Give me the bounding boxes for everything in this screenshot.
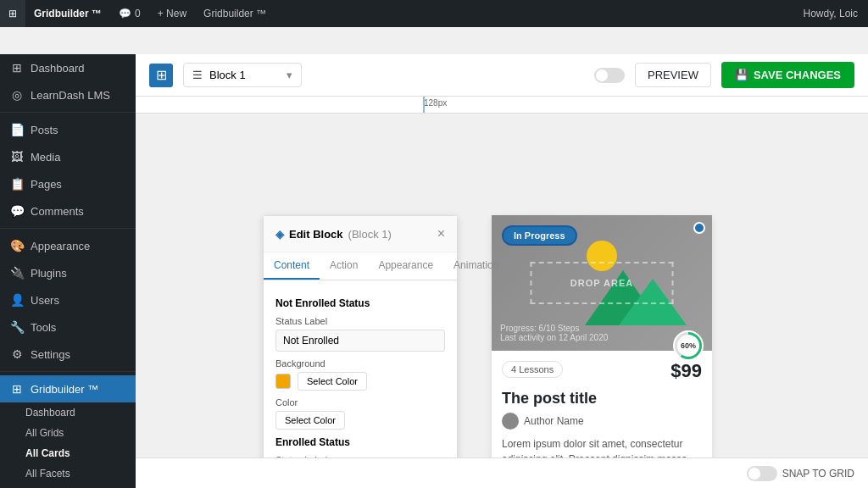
appearance-icon: 🎨 — [10, 239, 24, 252]
sidebar-label-settings: Settings — [31, 348, 70, 361]
preview-button[interactable]: PREVIEW — [635, 63, 711, 87]
in-progress-badge: In Progress — [502, 225, 577, 246]
posts-icon: 📄 — [10, 123, 24, 136]
toggle-control[interactable] — [594, 68, 625, 83]
dashboard-icon: ⊞ — [10, 61, 24, 75]
save-changes-button[interactable]: 💾 SAVE CHANGES — [721, 62, 854, 88]
sidebar-item-dashboard[interactable]: ⊞ Dashboard — [0, 54, 136, 81]
admin-bar: ⊞ Gridbuilder ™ 💬 0 + New Gridbuilder ™ … — [0, 0, 868, 27]
card-title: The post title — [502, 390, 702, 408]
toggle-switch[interactable] — [594, 68, 625, 83]
sidebar-item-settings[interactable]: ⚙ Settings — [0, 341, 136, 368]
snap-toggle-control[interactable] — [747, 466, 777, 481]
new-post-link[interactable]: + New — [149, 0, 195, 27]
gridbuilder-icon: ⊞ — [10, 382, 24, 396]
card-body: 4 Lessons $99 The post title Author Name… — [492, 351, 712, 458]
snap-toggle-dot — [748, 468, 760, 480]
comments-icon: 💬 — [10, 204, 24, 218]
sidebar-label-plugins: Plugins — [31, 267, 67, 280]
not-enrolled-bg-row: Select Color — [275, 372, 445, 391]
list-icon: ☰ — [192, 69, 203, 81]
sidebar-item-media[interactable]: 🖼 Media — [0, 143, 136, 170]
sidebar-item-users[interactable]: 👤 Users — [0, 286, 136, 313]
tab-content[interactable]: Content — [264, 252, 320, 280]
sidebar-item-posts[interactable]: 📄 Posts — [0, 116, 136, 143]
sidebar-item-appearance[interactable]: 🎨 Appearance — [0, 232, 136, 259]
gridbuilder-link[interactable]: Gridbuilder ™ — [195, 0, 275, 27]
sidebar-item-gridbuilder[interactable]: ⊞ Gridbuilder ™ — [0, 375, 136, 402]
panel-header: ◈ Edit Block (Block 1) × — [264, 216, 457, 252]
sidebar-sub-all-cards[interactable]: All Cards — [0, 443, 136, 463]
sidebar-sub-add-ons[interactable]: Add-ons — [0, 484, 136, 488]
drop-area-box: DROP AREA — [531, 262, 674, 304]
tab-appearance[interactable]: Appearance — [368, 252, 443, 280]
sidebar-label-learndash: LearnDash LMS — [31, 89, 110, 102]
not-enrolled-bg-swatch[interactable] — [275, 374, 291, 389]
not-enrolled-color-btn[interactable]: Select Color — [275, 411, 345, 430]
block-label: Block 1 — [209, 69, 246, 81]
progress-text: Progress: 6/10 Steps Last activity on 12… — [500, 324, 608, 342]
author-name: Author Name — [524, 415, 584, 427]
lessons-badge: 4 Lessons — [502, 361, 563, 378]
not-enrolled-title: Not Enrolled Status — [275, 297, 445, 309]
price: $99 — [670, 360, 702, 382]
users-icon: 👤 — [10, 293, 24, 307]
learndash-icon: ◎ — [10, 88, 24, 102]
settings-icon: ⚙ — [10, 347, 24, 361]
not-enrolled-status-label: Status Label — [275, 316, 445, 326]
pages-icon: 📋 — [10, 177, 24, 191]
block-selector[interactable]: ☰ Block 1 ▾ — [183, 63, 302, 87]
progress-circle: 60% — [673, 330, 704, 361]
grid-block-icon: ⊞ — [156, 67, 167, 83]
author-row: Author Name — [502, 413, 702, 430]
comment-icon: 💬 — [119, 8, 131, 19]
sidebar-label-appearance: Appearance — [31, 240, 90, 252]
bottom-bar: SNAP TO GRID — [136, 458, 868, 488]
not-enrolled-bg-btn[interactable]: Select Color — [298, 372, 367, 391]
card-image: In Progress DROP AREA Progress: 6/10 Ste… — [492, 215, 712, 351]
not-enrolled-color-label: Color — [275, 397, 445, 408]
progress-percent: 60% — [677, 335, 699, 357]
snap-label: SNAP TO GRID — [782, 468, 854, 480]
chevron-down-icon: ▾ — [287, 69, 292, 81]
media-icon: 🖼 — [10, 150, 24, 164]
tab-animation[interactable]: Animation — [443, 252, 509, 280]
sidebar-item-pages[interactable]: 📋 Pages — [0, 170, 136, 197]
snap-toggle: SNAP TO GRID — [747, 466, 854, 481]
comment-count: 0 — [135, 8, 141, 19]
site-name-link[interactable]: Gridbuilder ™ — [25, 0, 110, 27]
sidebar-label-media: Media — [31, 151, 60, 164]
not-enrolled-status-input[interactable] — [275, 330, 445, 352]
top-bar: ⊞ ☰ Block 1 ▾ PREVIEW 💾 SAVE CHANGES — [136, 54, 868, 97]
tab-action[interactable]: Action — [320, 252, 368, 280]
new-label: + New — [158, 8, 186, 19]
sidebar-item-tools[interactable]: 🔧 Tools — [0, 313, 136, 341]
sidebar-sub-all-grids[interactable]: All Grids — [0, 423, 136, 443]
tools-icon: 🔧 — [10, 320, 24, 334]
sidebar-item-plugins[interactable]: 🔌 Plugins — [0, 259, 136, 286]
panel-subtitle: (Block 1) — [348, 228, 392, 241]
close-button[interactable]: × — [437, 226, 445, 241]
comments-link[interactable]: 💬 0 — [110, 0, 149, 27]
toggle-dot — [596, 69, 608, 81]
sidebar-label-tools: Tools — [31, 321, 56, 334]
save-icon: 💾 — [735, 69, 748, 81]
wp-logo[interactable]: ⊞ — [0, 0, 25, 27]
sidebar: ⊞ Dashboard ◎ LearnDash LMS 📄 Posts 🖼 Me… — [0, 54, 136, 488]
panel-title: ◈ Edit Block (Block 1) — [275, 228, 437, 241]
sidebar-sub-all-facets[interactable]: All Facets — [0, 463, 136, 484]
sidebar-label-pages: Pages — [31, 178, 62, 191]
canvas: ◈ Edit Block (Block 1) × Content Action — [136, 114, 868, 458]
sidebar-sub-dashboard[interactable]: Dashboard — [0, 402, 136, 423]
howdy-text: Howdy, Loic — [793, 8, 868, 19]
card-preview: In Progress DROP AREA Progress: 6/10 Ste… — [492, 215, 712, 458]
author-avatar — [502, 413, 519, 430]
sidebar-label-gridbuilder: Gridbuilder ™ — [31, 383, 98, 396]
resize-handle[interactable] — [693, 222, 705, 234]
sidebar-item-comments[interactable]: 💬 Comments — [0, 197, 136, 225]
ruler-horizontal: 128px — [136, 97, 868, 114]
sidebar-item-learndash[interactable]: ◎ LearnDash LMS — [0, 81, 136, 108]
main-content: ⊞ ☰ Block 1 ▾ PREVIEW 💾 SAVE CHANGES — [136, 54, 868, 488]
wp-icon: ⊞ — [8, 8, 17, 19]
panel-body: Not Enrolled Status Status Label Backgro… — [264, 280, 457, 458]
